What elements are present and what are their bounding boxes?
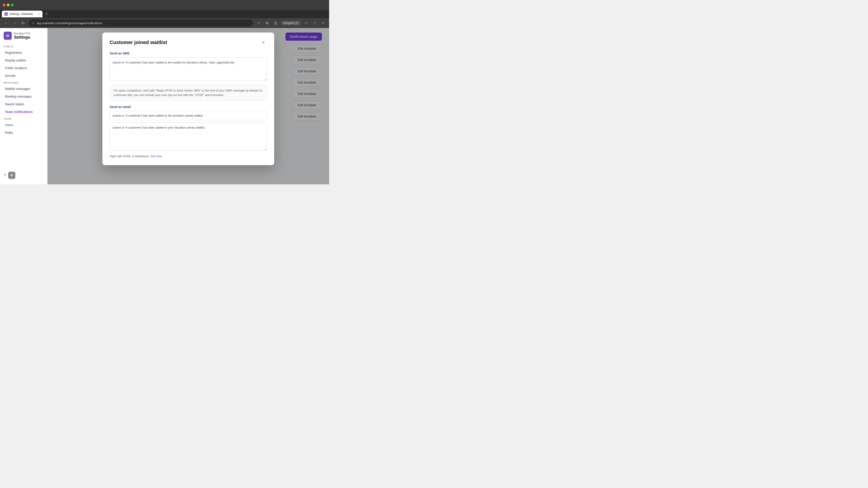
bookmark-button[interactable]: ☆ [255,20,261,26]
back-button[interactable]: ← [3,20,9,26]
sidebar-username: Moodjoy7434 [14,32,30,35]
url-display: app.waitwhile.com/settings/messages/noti… [37,22,102,25]
email-body-textarea[interactable]: {name or 'A customer'} has been added to… [110,123,267,151]
user-avatar-bottom[interactable]: M [8,172,16,179]
incognito-badge: Incognito (2) [281,21,301,25]
address-bar-row: ← → ↻ app.waitwhile.com/settings/message… [0,18,329,28]
help-icon[interactable]: ? [4,173,6,178]
modal-overlay[interactable]: Customer joined waitlist × Send as SMS {… [48,28,329,184]
sidebar-item-waitlist-messages[interactable]: Waitlist messages [1,85,46,92]
forward-button[interactable]: → [11,20,18,26]
sidebar: M Moodjoy7434 Settings Public Registrati… [0,28,48,184]
modal-close-button[interactable]: × [260,39,267,46]
extensions-button[interactable]: ⧉ [264,20,270,26]
email-section-label: Send as email [110,105,267,109]
tab-close-button[interactable]: × [38,12,40,15]
reload-button[interactable]: ↻ [20,20,26,26]
email-section: Send as email {name or 'A customer'} has… [110,105,267,151]
sidebar-page-title: Settings [14,35,30,40]
sidebar-item-booking-messages[interactable]: Booking messages [1,93,46,100]
sidebar-section-messages: Messages [0,79,47,85]
maximize-button[interactable]: □ [311,20,318,26]
profile-button[interactable]: ⊡ [272,20,279,26]
sidebar-item-roles[interactable]: Roles [1,129,46,136]
avatar: M [4,32,12,40]
sidebar-section-public: Public [0,43,47,49]
browser-chrome [0,0,329,10]
see-how-link[interactable]: See how [150,155,162,158]
modal-dialog: Customer joined waitlist × Send as SMS {… [102,33,274,165]
sidebar-user: M Moodjoy7434 Settings [0,32,47,43]
tab-bar: M Settings | Waitwhile × + [0,10,329,18]
sidebar-item-saved-replies[interactable]: Saved replies [1,101,46,108]
close-window-button[interactable]: × [320,20,327,26]
svg-point-0 [33,23,34,24]
sidebar-item-registration[interactable]: Registration [1,49,46,56]
email-subject-input[interactable] [110,111,267,120]
modal-title: Customer joined waitlist [110,39,167,45]
main-inner: Notifications page Edit template Edit te… [48,28,329,184]
sidebar-section-team: Team [0,116,47,121]
sidebar-bottom: ? M [0,170,47,181]
modal-header: Customer joined waitlist × [110,39,267,46]
sms-section-label: Send as SMS [110,52,267,55]
sms-textarea[interactable]: {name or 'A customer'} has been added to… [110,57,267,81]
app-layout: M Moodjoy7434 Settings Public Registrati… [0,28,329,184]
main-content: Notifications page Edit template Edit te… [48,28,329,184]
new-tab-button[interactable]: + [43,11,50,17]
tab-title: Settings | Waitwhile [9,12,33,15]
browser-tab[interactable]: M Settings | Waitwhile × [2,11,42,18]
sidebar-item-arrivals[interactable]: Arrivals [1,72,46,79]
style-note: Style with HTML or Markdown. See how . [110,155,267,158]
minimize-button[interactable]: ─ [303,20,309,26]
sidebar-item-users[interactable]: Users [1,121,46,129]
sidebar-item-display-waitlist[interactable]: Display waitlist [1,57,46,64]
spam-notice: For spam compliance, we'll add "Reply ST… [110,85,267,101]
sidebar-item-public-locations[interactable]: Public locations [1,64,46,72]
address-bar[interactable]: app.waitwhile.com/settings/messages/noti… [29,20,253,27]
sidebar-item-team-notifications[interactable]: Team notifications [1,108,46,116]
tab-favicon: M [4,12,8,15]
